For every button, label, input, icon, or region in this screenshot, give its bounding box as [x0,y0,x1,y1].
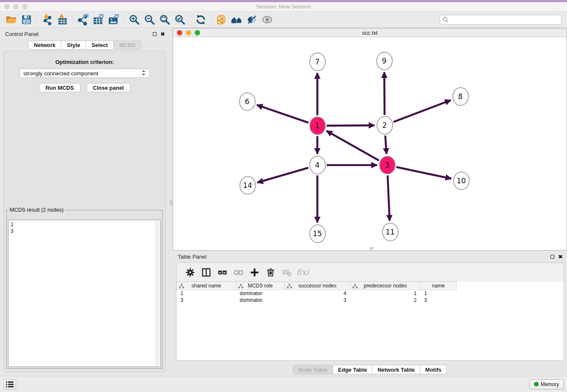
edge-3-11[interactable] [388,175,390,221]
task-history-button[interactable] [3,379,16,389]
deselect-all-checkboxes-button[interactable] [231,266,245,279]
graph-node-10[interactable]: 10 [453,171,470,190]
open-session-icon [6,14,17,25]
run-mcds-button[interactable]: Run MCDS [39,83,80,92]
main-toolbar [0,11,567,28]
column-header-predecessor-nodes[interactable]: predecessor nodes [350,282,421,290]
toolbar-separator [124,12,124,27]
birdseye-view-button[interactable] [259,12,275,27]
float-panel-icon[interactable] [153,32,157,36]
zoom-out-icon [144,14,155,25]
tab-edge-table[interactable]: Edge Table [333,365,372,374]
edge-2-9[interactable] [384,72,385,115]
cell-predecessor-nodes[interactable]: 2 [350,297,421,304]
open-session-button[interactable] [3,12,19,27]
memory-button[interactable]: Memory [529,379,564,389]
tab-select[interactable]: Select [86,41,113,50]
zoom-fit-button[interactable] [157,12,172,27]
graph-node-6[interactable]: 6 [239,92,256,111]
edge-3-10[interactable] [396,167,451,179]
save-session-button[interactable] [19,12,34,27]
mcds-result-list[interactable]: 13 [8,220,161,367]
cell-MCDS-role[interactable]: dominator [236,290,285,297]
export-table-button[interactable] [91,12,106,27]
cell-name[interactable]: 3 [421,297,457,304]
add-row-button[interactable] [248,266,261,279]
graph-node-4[interactable]: 4 [309,156,326,174]
divider-grip[interactable] [170,200,172,205]
edge-2-3[interactable] [385,135,387,154]
close-panel-icon[interactable]: ✖ [160,31,165,37]
search-input[interactable] [440,15,561,25]
cell-shared-name[interactable]: 3 [177,297,236,304]
zoom-selected-button[interactable] [172,12,187,27]
save-session-icon [21,14,32,25]
show-all-networks-button[interactable] [229,12,244,27]
canvas-resize-grip[interactable] [370,247,373,249]
close-table-panel-icon[interactable]: ✖ [558,254,563,259]
network-window-title: scc.txt [173,30,567,36]
graph-node-8[interactable]: 8 [452,87,469,106]
graph-node-7[interactable]: 7 [309,52,326,71]
graph-node-9[interactable]: 9 [376,52,393,70]
graph-node-3[interactable]: 3 [379,156,396,174]
tab-network-table[interactable]: Network Table [372,365,420,374]
table-row[interactable]: 1dominator411 [177,290,457,297]
cell-name[interactable]: 1 [421,290,457,297]
columns-button[interactable] [199,266,213,279]
gear-button[interactable] [183,266,197,279]
cell-predecessor-nodes[interactable]: 1 [350,290,421,297]
show-graphics-details-button[interactable] [244,12,259,27]
table-row[interactable]: 3dominator323 [177,297,457,304]
tab-motifs[interactable]: Motifs [420,365,447,374]
table-toolbar: f(x) [176,263,564,282]
duplicate-network-button[interactable] [214,12,229,27]
function-builder-button: f(x) [296,266,309,279]
column-header-name[interactable]: name [421,282,457,290]
graph-node-15[interactable]: 15 [309,224,326,243]
graph-node-14[interactable]: 14 [239,176,256,195]
edge-1-6[interactable] [257,105,308,123]
float-table-panel-icon[interactable] [550,255,554,259]
edge-1-2[interactable] [327,125,374,126]
panel-split-divider[interactable] [169,28,173,376]
session-title: Session: New Session [0,3,567,10]
refresh-button[interactable] [193,12,208,27]
gear-icon [185,267,195,278]
graph-node-2[interactable]: 2 [377,116,393,135]
column-header-shared-name[interactable]: shared name [177,282,236,290]
column-header-MCDS-role[interactable]: MCDS role [236,282,285,290]
graph-node-1[interactable]: 1 [309,116,326,135]
show-graphics-details-icon [246,14,258,25]
result-scrollbar[interactable] [156,221,160,366]
graph-node-11[interactable]: 11 [382,223,399,241]
edge-4-14[interactable] [257,168,308,182]
cell-MCDS-role[interactable]: dominator [236,297,285,304]
edge-3-1[interactable] [326,131,379,160]
cell-successor-nodes[interactable]: 4 [285,290,350,297]
export-network-icon [77,14,89,25]
tab-network[interactable]: Network [28,41,61,50]
close-panel-button[interactable]: Close panel [87,83,130,92]
table-panel: Table Panel ✖ f(x) shared nameMCDS roles… [173,251,567,376]
import-network-button[interactable] [39,12,55,27]
select-all-checkboxes-button[interactable] [215,266,229,279]
cell-shared-name[interactable]: 1 [177,290,236,297]
export-network-button[interactable] [75,12,91,27]
network-canvas[interactable]: 7968124314101511 [173,37,567,250]
tab-mcds[interactable]: MCDS [114,41,141,50]
delete-table-icon [281,267,292,278]
zoom-in-button[interactable] [127,12,142,27]
show-all-networks-icon [231,14,242,25]
zoom-out-button[interactable] [142,12,157,27]
cell-successor-nodes[interactable]: 3 [285,297,350,304]
right-side: ✕ − + scc.txt 796812431 [173,28,567,376]
import-table-button[interactable] [55,12,70,27]
edge-2-8[interactable] [394,100,451,122]
export-image-button[interactable] [106,12,121,27]
column-header-successor-nodes[interactable]: successor nodes [285,282,350,290]
tab-node-table[interactable]: Node Table [293,365,333,374]
criterion-select[interactable]: strongly connected component [19,69,150,78]
tab-style[interactable]: Style [61,41,86,50]
delete-row-button[interactable] [264,266,277,279]
